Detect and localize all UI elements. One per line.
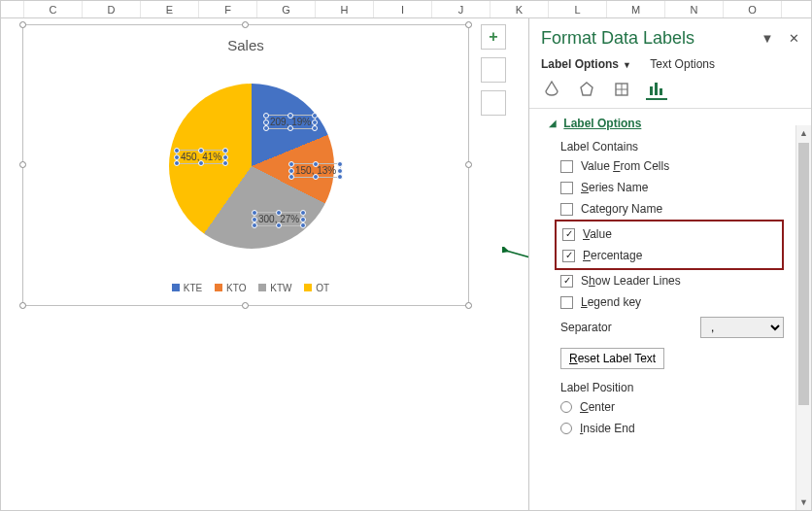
col-d[interactable]: D: [83, 1, 141, 17]
group-label-position: Label Position: [529, 375, 795, 396]
format-data-labels-pane: Format Data Labels ▼ ✕ Label Options▼ Te…: [528, 18, 811, 510]
chart-styles-button[interactable]: [481, 57, 506, 83]
data-label-kte[interactable]: 209, 19%: [265, 115, 316, 129]
pane-scroll-area: ◢ Label Options Label Contains Value Fro…: [529, 109, 811, 494]
vertical-scrollbar[interactable]: ▲ ▼: [795, 125, 811, 510]
col-e[interactable]: E: [141, 1, 199, 17]
chart-container[interactable]: Sales 209, 19% 150, 13% 300, 27% 450, 41…: [22, 24, 469, 306]
radio-inside-end[interactable]: Inside End: [529, 418, 795, 439]
legend-swatch: [215, 284, 222, 291]
svg-rect-3: [650, 86, 653, 95]
data-label-ot[interactable]: 450, 41%: [176, 150, 226, 164]
legend-swatch: [258, 284, 266, 291]
checkbox-percentage[interactable]: Percentage: [557, 245, 782, 266]
chart-legend[interactable]: KTE KTO KTW OT: [23, 283, 468, 293]
checkbox-legend-key[interactable]: Legend key: [529, 291, 795, 313]
legend-swatch: [304, 284, 312, 291]
col-g[interactable]: G: [257, 1, 316, 17]
checkbox-value-from-cells[interactable]: Value From Cells: [529, 155, 795, 177]
close-pane-icon[interactable]: ✕: [789, 31, 799, 46]
svg-rect-4: [655, 83, 658, 95]
highlighted-options: Value Percentage: [555, 220, 784, 270]
effects-icon[interactable]: [576, 79, 597, 100]
data-label-kto[interactable]: 150, 13%: [290, 163, 341, 178]
resize-handle[interactable]: [242, 21, 249, 28]
col-i[interactable]: I: [374, 1, 432, 17]
scroll-down-icon[interactable]: ▼: [796, 494, 811, 510]
col-o[interactable]: O: [724, 1, 782, 17]
col-m[interactable]: M: [607, 1, 665, 17]
chevron-down-icon: ▼: [623, 60, 631, 70]
svg-rect-5: [660, 88, 662, 95]
chart-filter-button[interactable]: [481, 90, 506, 116]
legend-swatch: [172, 284, 180, 291]
separator-select[interactable]: ,: [700, 317, 784, 338]
svg-marker-1: [581, 83, 592, 95]
col-c[interactable]: C: [24, 1, 83, 17]
label-options-icon[interactable]: [646, 79, 667, 100]
size-properties-icon[interactable]: [611, 79, 632, 100]
col-n[interactable]: N: [665, 1, 724, 17]
col-k[interactable]: K: [491, 1, 549, 17]
scroll-up-icon[interactable]: ▲: [796, 125, 811, 141]
separator-label: Separator: [560, 321, 612, 334]
resize-handle[interactable]: [465, 302, 472, 309]
col-f[interactable]: F: [199, 1, 257, 17]
chart-title[interactable]: Sales: [23, 25, 468, 53]
plus-icon: +: [489, 28, 497, 46]
tab-label-options[interactable]: Label Options▼: [541, 57, 631, 71]
col-l[interactable]: L: [549, 1, 607, 17]
resize-handle[interactable]: [465, 21, 472, 28]
data-label-ktw[interactable]: 300, 27%: [254, 212, 304, 226]
resize-handle[interactable]: [242, 302, 249, 309]
fill-line-icon[interactable]: [541, 79, 562, 100]
checkbox-show-leader-lines[interactable]: Show Leader Lines: [529, 270, 795, 291]
chart-elements-button[interactable]: +: [481, 24, 506, 50]
resize-handle[interactable]: [19, 302, 26, 309]
resize-handle[interactable]: [465, 161, 472, 168]
section-label-options[interactable]: Label Options: [563, 117, 641, 130]
checkbox-category-name[interactable]: Category Name: [529, 198, 795, 220]
checkbox-series-name[interactable]: Series Name: [529, 177, 795, 198]
tab-text-options[interactable]: Text Options: [650, 57, 715, 71]
col-j[interactable]: J: [432, 1, 491, 17]
collapse-icon[interactable]: ◢: [549, 118, 557, 128]
reset-label-text-button[interactable]: Reset Label Text: [560, 348, 664, 369]
pane-options-dropdown-icon[interactable]: ▼: [761, 31, 774, 46]
group-label-contains: Label Contains: [529, 134, 795, 155]
resize-handle[interactable]: [19, 161, 26, 168]
resize-handle[interactable]: [19, 21, 26, 28]
column-header-row: C D E F G H I J K L M N O: [1, 1, 811, 18]
pane-title: Format Data Labels: [541, 28, 694, 49]
radio-center[interactable]: Center: [529, 396, 795, 418]
checkbox-value[interactable]: Value: [557, 223, 782, 245]
scrollbar-thumb[interactable]: [798, 143, 809, 405]
col-h[interactable]: H: [316, 1, 374, 17]
